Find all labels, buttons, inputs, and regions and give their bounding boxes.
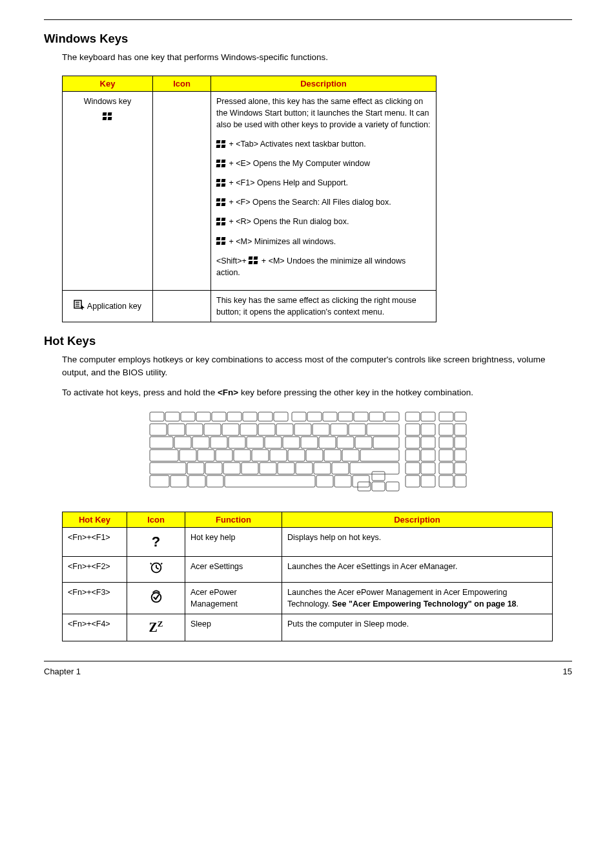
svg-rect-50 [150, 450, 178, 461]
windows-icon [216, 160, 227, 169]
svg-rect-86 [421, 424, 435, 435]
svg-rect-14 [307, 412, 322, 421]
th-desc: Description [282, 512, 553, 527]
svg-rect-87 [439, 424, 453, 435]
svg-rect-76 [207, 475, 223, 487]
svg-rect-67 [260, 463, 276, 474]
svg-rect-101 [406, 475, 420, 487]
desc-line: + <R> Opens the Run dialog box. [227, 217, 349, 226]
svg-rect-28 [222, 424, 239, 435]
svg-rect-36 [367, 424, 399, 435]
windows-icon [216, 198, 227, 207]
svg-rect-92 [455, 437, 466, 448]
svg-rect-18 [369, 412, 384, 421]
svg-rect-8 [212, 412, 226, 421]
th-icon: Icon [127, 512, 185, 527]
desc-line: + <M> Minimizes all windows. [227, 237, 336, 246]
svg-rect-4 [150, 412, 164, 421]
desc-line: + <Tab> Activates next taskbar button. [227, 140, 366, 149]
svg-rect-31 [276, 424, 293, 435]
cell-desc: Launches the Acer eSettings in Acer eMan… [282, 556, 553, 582]
top-rule [44, 19, 572, 20]
svg-rect-27 [204, 424, 221, 435]
svg-rect-41 [229, 437, 245, 448]
svg-rect-52 [198, 450, 214, 461]
th-hotkey: Hot Key [63, 512, 127, 527]
svg-rect-96 [455, 450, 466, 461]
svg-rect-80 [353, 475, 369, 487]
svg-rect-60 [342, 450, 359, 461]
cell-hotkey: <Fn>+<F3> [63, 582, 127, 614]
epower-icon [149, 596, 163, 605]
svg-rect-16 [338, 412, 353, 421]
cell-key-label: Windows key [68, 96, 147, 107]
svg-rect-38 [174, 437, 191, 448]
footer-page: 15 [563, 667, 572, 676]
table-row: Application key This key has the same ef… [63, 290, 436, 322]
svg-rect-64 [205, 463, 222, 474]
cell-hotkey: <Fn>+<F1> [63, 527, 127, 556]
desc-cell: This key has the same effect as clicking… [211, 290, 436, 322]
svg-rect-69 [296, 463, 313, 474]
desc-line: + <F1> Opens Help and Support. [227, 178, 348, 187]
svg-rect-56 [270, 450, 287, 461]
table-row: <Fn>+<F2> Acer eSettings Launches the Ac… [63, 556, 553, 582]
svg-rect-53 [216, 450, 232, 461]
svg-rect-25 [168, 424, 185, 435]
windows-icon [216, 140, 227, 149]
windows-keys-lead: The keyboard has one key that performs W… [62, 51, 572, 64]
th-desc: Description [211, 76, 436, 91]
svg-rect-90 [421, 437, 435, 448]
svg-rect-24 [150, 424, 167, 435]
windows-icon [249, 256, 259, 265]
svg-rect-63 [187, 463, 204, 474]
svg-rect-13 [292, 412, 306, 421]
svg-rect-97 [406, 463, 420, 474]
th-key: Key [63, 76, 153, 91]
cell-fn: Acer ePower Management [185, 582, 282, 614]
svg-rect-88 [455, 424, 466, 435]
cell-hotkey: <Fn>+<F4> [63, 614, 127, 641]
hot-keys-lead-1: The computer employs hotkeys or key comb… [62, 353, 572, 379]
svg-rect-42 [247, 437, 263, 448]
svg-rect-9 [227, 412, 241, 421]
svg-rect-46 [319, 437, 336, 448]
svg-rect-12 [274, 412, 288, 421]
svg-rect-23 [455, 412, 466, 421]
svg-rect-94 [421, 450, 435, 461]
svg-rect-21 [421, 412, 435, 421]
svg-rect-34 [331, 424, 347, 435]
desc-line: + <E> Opens the My Computer window [227, 159, 370, 168]
svg-rect-19 [385, 412, 399, 421]
cell-desc: Launches the Acer ePower Management in A… [282, 582, 553, 614]
keyboard-diagram [147, 411, 469, 495]
hot-keys-heading: Hot Keys [44, 334, 572, 348]
table-row: <Fn>+<F3> Acer ePower Management Launche… [63, 582, 553, 614]
footer-chapter: Chapter 1 [44, 667, 81, 676]
svg-rect-20 [406, 412, 420, 421]
svg-rect-71 [332, 463, 349, 474]
svg-rect-77 [225, 475, 315, 487]
svg-rect-47 [337, 437, 354, 448]
cell-hotkey: <Fn>+<F2> [63, 556, 127, 582]
svg-rect-48 [355, 437, 372, 448]
svg-rect-103 [439, 475, 453, 487]
svg-rect-75 [189, 475, 205, 487]
cell-fn: Acer eSettings [185, 556, 282, 582]
svg-rect-82 [358, 482, 371, 491]
th-icon: Icon [153, 76, 211, 91]
svg-rect-54 [234, 450, 251, 461]
svg-rect-45 [301, 437, 318, 448]
svg-rect-72 [350, 463, 399, 474]
svg-rect-102 [421, 475, 435, 487]
svg-rect-35 [349, 424, 365, 435]
svg-rect-40 [210, 437, 227, 448]
svg-rect-10 [243, 412, 257, 421]
cell-fn: Sleep [185, 614, 282, 641]
cell-fn: Hot key help [185, 527, 282, 556]
svg-rect-99 [439, 463, 453, 474]
svg-rect-37 [150, 437, 173, 448]
svg-rect-55 [252, 450, 269, 461]
svg-rect-61 [360, 450, 399, 461]
cell-key-label: Application key [85, 301, 141, 310]
